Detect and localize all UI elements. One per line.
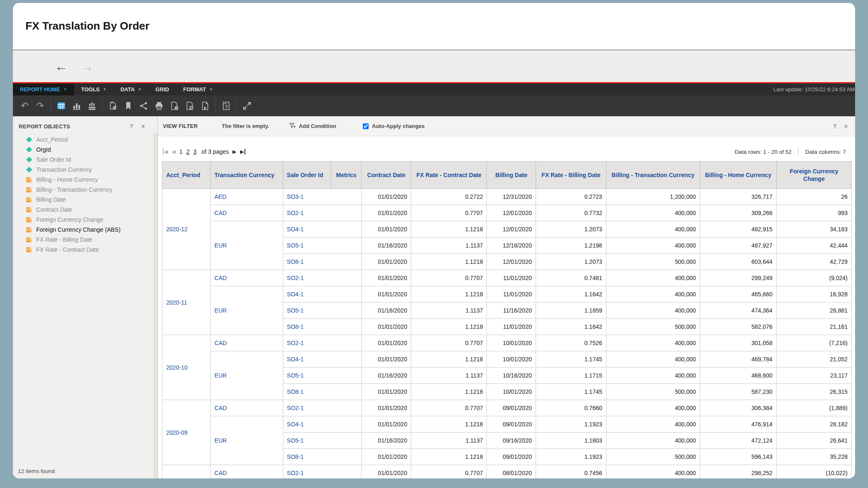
transaction-currency-cell[interactable]: CAD bbox=[210, 335, 283, 351]
menu-item-tools[interactable]: TOOLS▼ bbox=[74, 83, 113, 95]
metric-icon bbox=[26, 247, 32, 253]
full-screen-icon[interactable] bbox=[239, 98, 254, 114]
auto-apply-checkbox[interactable] bbox=[363, 123, 369, 129]
sale-order-id-cell[interactable]: SO2-1 bbox=[283, 205, 362, 221]
column-header-fx-rate-billing-date[interactable]: FX Rate - Billing Date bbox=[536, 162, 606, 189]
column-header-acct-period[interactable]: Acct_Period bbox=[162, 162, 211, 189]
foreign-currency-change-cell: (10,022) bbox=[776, 465, 851, 479]
sale-order-id-cell[interactable]: SO5-1 bbox=[283, 303, 362, 319]
report-object-item[interactable]: FX Rate - Billing Date bbox=[13, 235, 157, 245]
report-object-item[interactable]: Foreign Currency Change bbox=[13, 215, 157, 225]
graph-view-icon[interactable] bbox=[69, 98, 84, 114]
grid-view-icon[interactable] bbox=[53, 98, 69, 114]
report-object-item[interactable]: Billing - Transaction Currency bbox=[13, 185, 157, 195]
fx-rate-contract-cell: 1.1137 bbox=[411, 433, 487, 449]
report-object-item[interactable]: Acct_Period bbox=[13, 135, 157, 145]
sale-order-id-cell[interactable]: SO5-1 bbox=[283, 368, 362, 384]
column-header-metrics[interactable]: Metrics bbox=[331, 162, 362, 189]
re-prompt-icon[interactable]: ? bbox=[218, 98, 234, 114]
export-pdf-icon[interactable] bbox=[197, 98, 213, 114]
pages-count-text: of 3 pages bbox=[202, 148, 229, 155]
auto-apply-toggle[interactable]: Auto-Apply changes bbox=[363, 123, 424, 129]
back-arrow-icon[interactable]: ← bbox=[55, 60, 68, 73]
menu-item-report-home[interactable]: REPORT HOME▼ bbox=[13, 83, 74, 95]
acct-period-cell[interactable]: 2020-09 bbox=[162, 400, 211, 465]
report-object-item[interactable]: Contract Date bbox=[13, 205, 157, 215]
transaction-currency-cell[interactable]: CAD bbox=[210, 205, 283, 221]
acct-period-cell[interactable]: 2020-11 bbox=[162, 270, 211, 335]
report-object-item[interactable]: Sale Order Id bbox=[13, 155, 157, 165]
transaction-currency-cell[interactable]: CAD bbox=[210, 465, 283, 479]
acct-period-cell[interactable]: 2020-10 bbox=[162, 335, 211, 400]
transaction-currency-cell[interactable]: EUR bbox=[210, 416, 283, 465]
column-header-billing-home-currency[interactable]: Billing - Home Currency bbox=[700, 162, 776, 189]
column-header-transaction-currency[interactable]: Transaction Currency bbox=[210, 162, 283, 189]
sale-order-id-cell[interactable]: SO2-1 bbox=[283, 335, 362, 351]
metric-icon bbox=[26, 227, 32, 233]
sale-order-id-cell[interactable]: SO4-1 bbox=[283, 221, 362, 238]
column-header-foreign-currency-change[interactable]: Foreign Currency Change bbox=[776, 162, 851, 189]
sale-order-id-cell[interactable]: SO2-1 bbox=[283, 400, 362, 416]
redo-icon[interactable]: ↷ bbox=[32, 98, 48, 114]
add-condition-button[interactable]: Add Condition bbox=[289, 123, 336, 130]
sale-order-id-cell[interactable]: SO3-1 bbox=[283, 189, 362, 205]
menu-item-format[interactable]: FORMAT▼ bbox=[176, 83, 220, 95]
column-header-billing-transaction-currency[interactable]: Billing - Transaction Currency bbox=[606, 162, 700, 189]
forward-arrow-icon[interactable]: → bbox=[80, 60, 94, 73]
sale-order-id-cell[interactable]: SO8-1 bbox=[283, 254, 362, 270]
report-object-item[interactable]: FX Rate - Contract Date bbox=[13, 245, 157, 255]
previous-page-icon[interactable]: ◀ bbox=[172, 149, 175, 155]
undo-icon[interactable]: ↶ bbox=[17, 98, 32, 114]
panel-close-icon[interactable]: × bbox=[142, 123, 145, 130]
view-filter-close-icon[interactable]: × bbox=[844, 123, 848, 130]
sale-order-id-cell[interactable]: SO8-1 bbox=[283, 384, 362, 400]
acct-period-cell[interactable]: 2020-08 bbox=[162, 465, 211, 479]
contract-date-cell: 01/01/2020 bbox=[362, 465, 411, 479]
page-number-link[interactable]: 3 bbox=[193, 148, 197, 155]
billing-transaction-currency-cell: 500,000 bbox=[606, 384, 700, 400]
grid-graph-view-icon[interactable] bbox=[84, 98, 100, 114]
share-icon[interactable] bbox=[136, 98, 151, 114]
report-object-item[interactable]: Billing Date bbox=[13, 195, 157, 205]
report-object-item[interactable]: Foreign Currency Change (ABS) bbox=[13, 225, 157, 235]
last-page-icon[interactable]: ▶ bbox=[240, 149, 245, 155]
column-header-fx-rate-contract-date[interactable]: FX Rate - Contract Date bbox=[411, 162, 487, 189]
column-header-contract-date[interactable]: Contract Date bbox=[362, 162, 411, 189]
page-number-link[interactable]: 2 bbox=[186, 148, 190, 155]
view-filter-help-icon[interactable]: ? bbox=[833, 123, 837, 130]
sale-order-id-cell[interactable]: SO8-1 bbox=[283, 319, 362, 335]
transaction-currency-cell[interactable]: CAD bbox=[210, 270, 283, 286]
export-excel-icon[interactable] bbox=[182, 98, 197, 114]
panel-help-icon[interactable]: ? bbox=[130, 123, 133, 130]
column-header-sale-order-id[interactable]: Sale Order Id bbox=[283, 162, 331, 189]
transaction-currency-cell[interactable]: AED bbox=[210, 189, 283, 205]
menu-item-grid[interactable]: GRID bbox=[148, 83, 176, 95]
acct-period-cell[interactable]: 2020-12 bbox=[162, 189, 211, 270]
create-subscription-icon[interactable] bbox=[105, 98, 120, 114]
schedule-delivery-icon[interactable] bbox=[167, 98, 182, 114]
sale-order-id-cell[interactable]: SO2-1 bbox=[283, 270, 362, 286]
funnel-plus-icon bbox=[289, 123, 296, 130]
svg-text:?: ? bbox=[224, 104, 227, 109]
print-icon[interactable] bbox=[151, 98, 167, 114]
transaction-currency-cell[interactable]: EUR bbox=[210, 351, 283, 400]
report-object-item[interactable]: OrgId bbox=[13, 145, 157, 155]
sale-order-id-cell[interactable]: SO2-1 bbox=[283, 465, 362, 479]
sale-order-id-cell[interactable]: SO4-1 bbox=[283, 286, 362, 303]
transaction-currency-cell[interactable]: CAD bbox=[210, 400, 283, 416]
sale-order-id-cell[interactable]: SO4-1 bbox=[283, 416, 362, 433]
column-header-billing-date[interactable]: Billing Date bbox=[487, 162, 536, 189]
sale-order-id-cell[interactable]: SO5-1 bbox=[283, 433, 362, 449]
report-object-item[interactable]: Billing - Home Currency bbox=[13, 175, 157, 185]
transaction-currency-cell[interactable]: EUR bbox=[210, 286, 283, 335]
transaction-currency-cell[interactable]: EUR bbox=[210, 221, 283, 270]
bookmark-icon[interactable] bbox=[120, 98, 136, 114]
sale-order-id-cell[interactable]: SO8-1 bbox=[283, 449, 362, 465]
billing-date-cell: 09/01/2020 bbox=[487, 416, 536, 433]
sale-order-id-cell[interactable]: SO4-1 bbox=[283, 351, 362, 368]
next-page-icon[interactable]: ▶ bbox=[232, 149, 236, 155]
sale-order-id-cell[interactable]: SO5-1 bbox=[283, 238, 362, 254]
first-page-icon[interactable]: ◀ bbox=[163, 149, 168, 155]
report-object-item[interactable]: Transaction Currency bbox=[13, 165, 157, 175]
menu-item-data[interactable]: DATA▼ bbox=[113, 83, 148, 95]
